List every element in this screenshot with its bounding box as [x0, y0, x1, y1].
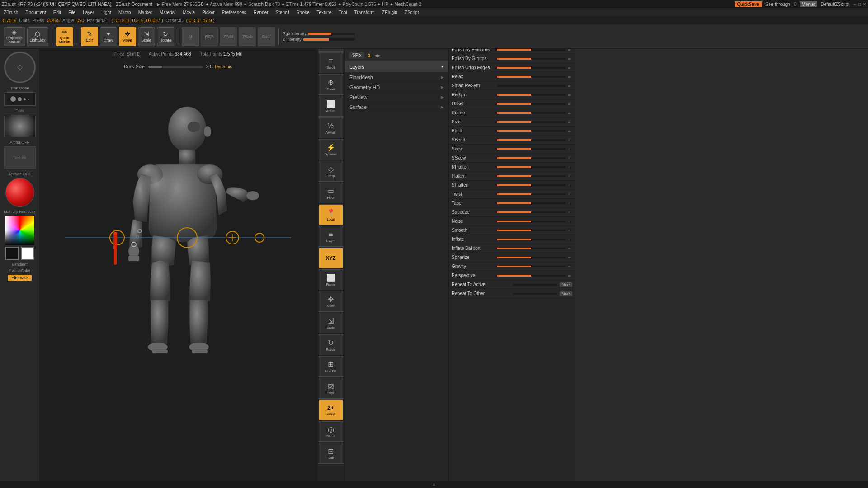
surface-item[interactable]: Surface ▶ [345, 102, 448, 112]
zsub-btn[interactable]: ZSub [239, 27, 256, 46]
coat-btn[interactable]: Coat [258, 27, 275, 46]
right-icon-scroll[interactable]: ≡ Scroll [319, 52, 343, 73]
resym-slider[interactable] [497, 94, 565, 96]
primary-color[interactable] [5, 247, 19, 260]
menu-material[interactable]: Material [158, 10, 178, 15]
right-icon-aahalf[interactable]: ½ AAHalf [319, 117, 343, 138]
deform-gravity[interactable]: Gravity = [449, 262, 575, 271]
alternate-btn[interactable]: Alternate [8, 275, 31, 281]
deform-twist[interactable]: Twist = [449, 190, 575, 199]
menu-stencil[interactable]: Stencil [274, 10, 291, 15]
rflatten-slider[interactable] [497, 166, 565, 168]
draw-btn[interactable]: ✦ Draw [100, 27, 117, 46]
color-picker[interactable] [5, 216, 34, 245]
edit-btn[interactable]: ✎ Edit [81, 27, 98, 46]
geometry-hd-item[interactable]: Geometry HD ▶ [345, 82, 448, 92]
menu-light[interactable]: Light [99, 10, 113, 15]
right-icon-linefill[interactable]: ⊞ Line Fill [319, 356, 343, 377]
menu-file[interactable]: File [66, 10, 77, 15]
deform-rotate[interactable]: Rotate = [449, 108, 575, 117]
viewport[interactable]: Focal Shift 0 ActivePoints 684,468 Total… [40, 49, 316, 481]
taper-slider[interactable] [497, 202, 565, 204]
squeeze-slider[interactable] [497, 211, 565, 213]
right-icon-dynamic[interactable]: ⚡ Dynamic [319, 139, 343, 160]
mrgb-btn[interactable]: M [182, 27, 199, 46]
deform-offset[interactable]: Offset = [449, 99, 575, 108]
relax-slider[interactable] [497, 76, 565, 78]
smart-resym-slider[interactable] [497, 85, 565, 87]
bend-slider[interactable] [497, 130, 565, 132]
sbend-slider[interactable] [497, 139, 565, 141]
seethrough-label[interactable]: See-through [765, 2, 790, 7]
gravity-slider[interactable] [497, 266, 565, 267]
deform-polish-groups[interactable]: Polish By Groups = [449, 54, 575, 63]
menu-zbrush[interactable]: ZBrush [2, 10, 20, 15]
deform-smooth[interactable]: Smooth = [449, 226, 575, 235]
menu-transform[interactable]: Transform [353, 10, 377, 15]
menu-marker[interactable]: Marker [137, 10, 154, 15]
twist-slider[interactable] [497, 193, 565, 195]
menu-tool[interactable]: Tool [337, 10, 349, 15]
noise-slider[interactable] [497, 221, 565, 222]
menu-document[interactable]: Document [24, 10, 48, 15]
deform-sbend[interactable]: SBend = [449, 136, 575, 145]
deform-rflatten[interactable]: RFlatten = [449, 163, 575, 172]
deform-squeeze[interactable]: Squeeze = [449, 208, 575, 217]
skew-slider[interactable] [497, 148, 565, 150]
preview-item[interactable]: Preview ▶ [345, 92, 448, 102]
alpha-preview[interactable] [4, 115, 36, 137]
deform-inflate[interactable]: Inflate = [449, 235, 575, 244]
inflate-balloon-slider[interactable] [497, 248, 565, 249]
right-icon-actual[interactable]: ⬜ Actual [319, 96, 343, 117]
menus-btn[interactable]: Menus [800, 1, 817, 7]
polish-features-slider[interactable] [497, 49, 565, 51]
right-icon-floor[interactable]: ▭ Floor [319, 183, 343, 203]
deform-perspective[interactable]: Perspective = [449, 271, 575, 280]
deform-size[interactable]: Size = [449, 117, 575, 127]
menu-layer[interactable]: Layer [81, 10, 96, 15]
deform-repeat-other[interactable]: Repeat To Other Mask [449, 289, 575, 298]
deform-spherize[interactable]: Spherize = [449, 253, 575, 262]
menu-render[interactable]: Render [252, 10, 270, 15]
repeat-active-mask[interactable]: Mask [560, 282, 572, 287]
secondary-color[interactable] [21, 247, 34, 260]
deform-flatten[interactable]: Flatten = [449, 172, 575, 181]
menu-picker[interactable]: Picker [200, 10, 217, 15]
right-icon-xyz[interactable]: XYZ [319, 248, 343, 268]
deform-resym[interactable]: ReSym = [449, 90, 575, 99]
menu-movie[interactable]: Movie [181, 10, 197, 15]
move-btn[interactable]: ✥ Move [119, 27, 136, 46]
deform-repeat-active[interactable]: Repeat To Active Mask [449, 280, 575, 289]
deform-bend[interactable]: Bend = [449, 127, 575, 136]
projection-master-btn[interactable]: ◈ ProjectionMaster [4, 27, 25, 46]
deform-noise[interactable]: Noise = [449, 217, 575, 226]
scale-btn[interactable]: ⇲ Scale [138, 27, 155, 46]
sskew-slider[interactable] [497, 157, 565, 159]
brush-dots-preview[interactable] [4, 92, 36, 106]
menu-texture[interactable]: Texture [315, 10, 334, 15]
right-icon-polyf[interactable]: ▨ PolyF [319, 378, 343, 399]
right-icon-local[interactable]: 📍 Local [319, 204, 343, 225]
quicksave-btn[interactable]: QuickSave [735, 1, 762, 7]
deform-sskew[interactable]: SSkew = [449, 154, 575, 163]
layers-section[interactable]: Layers ▼ [345, 61, 448, 72]
spix-controls[interactable]: ◀▶ [374, 53, 381, 58]
brush-preview[interactable] [4, 52, 36, 83]
menu-stroke[interactable]: Stroke [295, 10, 311, 15]
texture-preview[interactable]: Texture [4, 146, 36, 169]
right-icon-zoom[interactable]: ⊕ Zoom [319, 74, 343, 95]
deform-smart-resym[interactable]: Smart ReSym = [449, 81, 575, 90]
deform-relax[interactable]: Relax = [449, 72, 575, 81]
zadd-btn[interactable]: ZAdd [220, 27, 237, 46]
offset-slider[interactable] [497, 103, 565, 105]
right-icon-frame[interactable]: ⬜ Frame [319, 269, 343, 290]
right-icon-move[interactable]: ✥ Move [319, 291, 343, 312]
right-icon-rotate[interactable]: ↻ Rotate [319, 334, 343, 355]
deform-taper[interactable]: Taper = [449, 199, 575, 208]
repeat-other-mask[interactable]: Mask [560, 291, 572, 296]
perspective-slider[interactable] [497, 275, 565, 277]
menu-zscript[interactable]: ZScript [403, 10, 421, 15]
deform-inflate-balloon[interactable]: Inflate Balloon = [449, 244, 575, 253]
right-icon-persp[interactable]: ◇ Persp [319, 161, 343, 182]
rotate-btn[interactable]: ↻ Rotate [157, 27, 175, 46]
